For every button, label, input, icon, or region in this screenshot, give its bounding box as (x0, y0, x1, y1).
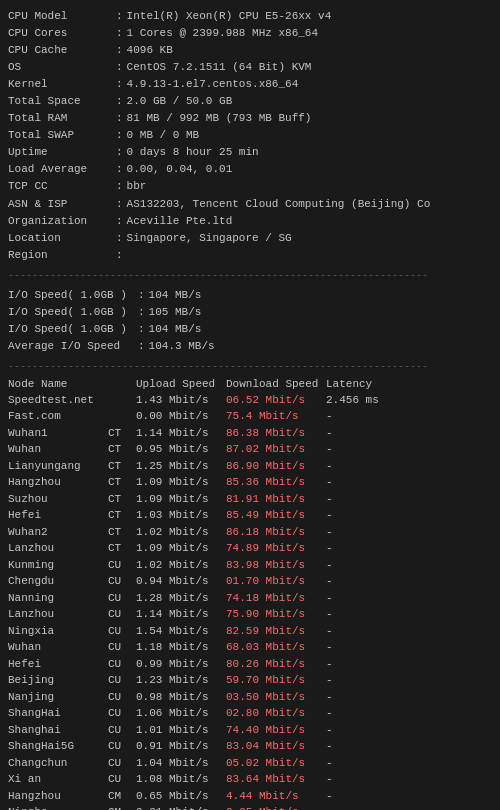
node-isp: CT (108, 540, 136, 557)
download-speed: 82.59 Mbit/s (226, 623, 326, 640)
upload-speed: 1.09 Mbit/s (136, 540, 226, 557)
download-speed: 75.90 Mbit/s (226, 606, 326, 623)
latency-value: - (326, 722, 396, 739)
info-row: Kernel:4.9.13-1.el7.centos.x86_64 (8, 76, 492, 93)
node-isp: CT (108, 474, 136, 491)
speed-table-row: Lanzhou CU 1.14 Mbit/s 75.90 Mbit/s - (8, 606, 492, 623)
upload-speed: 0.00 Mbit/s (136, 408, 226, 425)
speed-table-row: ShangHai CU 1.06 Mbit/s 02.80 Mbit/s - (8, 705, 492, 722)
node-isp: CM (108, 804, 136, 810)
download-speed: 83.98 Mbit/s (226, 557, 326, 574)
speed-table-row: ShangHai5G CU 0.91 Mbit/s 83.04 Mbit/s - (8, 738, 492, 755)
speed-table-row: Hefei CT 1.03 Mbit/s 85.49 Mbit/s - (8, 507, 492, 524)
info-colon: : (116, 161, 123, 178)
col-header-upload: Upload Speed (136, 378, 226, 390)
info-colon: : (116, 110, 123, 127)
node-name: Ningbo (8, 804, 108, 810)
node-isp: CT (108, 507, 136, 524)
node-isp: CU (108, 623, 136, 640)
upload-speed: 1.09 Mbit/s (136, 491, 226, 508)
upload-speed: 0.91 Mbit/s (136, 738, 226, 755)
io-value: 104.3 MB/s (149, 338, 215, 355)
col-header-isp (108, 378, 136, 390)
info-label: CPU Cache (8, 42, 116, 59)
info-colon: : (116, 8, 123, 25)
upload-speed: 1.03 Mbit/s (136, 507, 226, 524)
upload-speed: 1.14 Mbit/s (136, 425, 226, 442)
latency-value: - (326, 689, 396, 706)
upload-speed: 1.18 Mbit/s (136, 639, 226, 656)
download-speed: 02.80 Mbit/s (226, 705, 326, 722)
speed-table-row: Chengdu CU 0.94 Mbit/s 01.70 Mbit/s - (8, 573, 492, 590)
node-isp: CU (108, 689, 136, 706)
node-isp: CU (108, 557, 136, 574)
info-value: 4.9.13-1.el7.centos.x86_64 (127, 76, 299, 93)
node-isp: CU (108, 738, 136, 755)
node-isp: CT (108, 458, 136, 475)
latency-value: - (326, 557, 396, 574)
io-value: 104 MB/s (149, 321, 202, 338)
speed-table-row: Kunming CU 1.02 Mbit/s 83.98 Mbit/s - (8, 557, 492, 574)
info-value: AS132203, Tencent Cloud Computing (Beiji… (127, 196, 431, 213)
speed-table-row: Nanjing CU 0.98 Mbit/s 03.50 Mbit/s - (8, 689, 492, 706)
io-row: Average I/O Speed:104.3 MB/s (8, 338, 492, 355)
latency-value: 2.456 ms (326, 392, 396, 409)
download-speed: 74.40 Mbit/s (226, 722, 326, 739)
table-header: Node Name Upload Speed Download Speed La… (8, 378, 492, 390)
speed-table-row: Xi an CU 1.08 Mbit/s 83.64 Mbit/s - (8, 771, 492, 788)
info-value: 1 Cores @ 2399.988 MHz x86_64 (127, 25, 318, 42)
node-name: Hefei (8, 507, 108, 524)
latency-value: - (326, 705, 396, 722)
latency-value: - (326, 507, 396, 524)
io-label: I/O Speed( 1.0GB ) (8, 304, 138, 321)
info-label: CPU Cores (8, 25, 116, 42)
download-speed: 87.02 Mbit/s (226, 441, 326, 458)
info-row: Total RAM:81 MB / 992 MB (793 MB Buff) (8, 110, 492, 127)
info-label: OS (8, 59, 116, 76)
node-name: Changchun (8, 755, 108, 772)
node-isp: CT (108, 524, 136, 541)
download-speed: 59.70 Mbit/s (226, 672, 326, 689)
node-isp: CU (108, 590, 136, 607)
download-speed: 2.95 Mbit/s (226, 804, 326, 810)
node-isp: CU (108, 722, 136, 739)
node-name: Xi an (8, 771, 108, 788)
node-name: Nanning (8, 590, 108, 607)
speed-table-row: Hangzhou CT 1.09 Mbit/s 85.36 Mbit/s - (8, 474, 492, 491)
download-speed: 75.4 Mbit/s (226, 408, 326, 425)
latency-value: - (326, 573, 396, 590)
node-isp: CU (108, 656, 136, 673)
info-row: CPU Cache:4096 KB (8, 42, 492, 59)
info-label: Total SWAP (8, 127, 116, 144)
speed-table-row: Fast.com 0.00 Mbit/s 75.4 Mbit/s - (8, 408, 492, 425)
node-isp: CT (108, 491, 136, 508)
info-colon: : (116, 230, 123, 247)
info-value: Intel(R) Xeon(R) CPU E5-26xx v4 (127, 8, 332, 25)
info-colon: : (116, 93, 123, 110)
info-value: 0 days 8 hour 25 min (127, 144, 259, 161)
info-row: Load Average:0.00, 0.04, 0.01 (8, 161, 492, 178)
io-label: Average I/O Speed (8, 338, 138, 355)
info-value: 0 MB / 0 MB (127, 127, 200, 144)
latency-value: - (326, 656, 396, 673)
upload-speed: 1.02 Mbit/s (136, 524, 226, 541)
upload-speed: 1.28 Mbit/s (136, 590, 226, 607)
latency-value: - (326, 755, 396, 772)
upload-speed: 1.08 Mbit/s (136, 771, 226, 788)
info-colon: : (116, 196, 123, 213)
node-name: Beijing (8, 672, 108, 689)
latency-value: - (326, 590, 396, 607)
speed-table-row: Beijing CU 1.23 Mbit/s 59.70 Mbit/s - (8, 672, 492, 689)
info-row: TCP CC:bbr (8, 178, 492, 195)
node-name: Speedtest.net (8, 392, 108, 409)
download-speed: 86.38 Mbit/s (226, 425, 326, 442)
info-label: Kernel (8, 76, 116, 93)
latency-value: - (326, 441, 396, 458)
info-colon: : (116, 76, 123, 93)
io-colon: : (138, 287, 145, 304)
node-isp: CT (108, 441, 136, 458)
download-speed: 83.04 Mbit/s (226, 738, 326, 755)
info-row: ASN & ISP:AS132203, Tencent Cloud Comput… (8, 196, 492, 213)
io-colon: : (138, 304, 145, 321)
latency-value: - (326, 804, 396, 810)
